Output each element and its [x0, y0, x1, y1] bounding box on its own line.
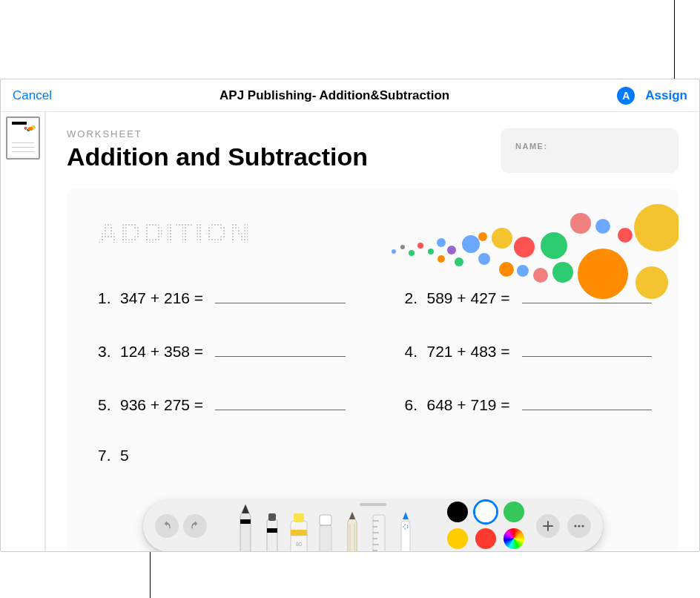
svg-point-18	[400, 245, 405, 249]
svg-point-17	[409, 250, 415, 256]
marker-icon	[261, 510, 283, 552]
color-swatches	[447, 502, 526, 551]
document-page: WORKSHEET Addition and Subtraction NAME:…	[45, 112, 699, 551]
svg-rect-33	[320, 515, 331, 525]
svg-point-8	[492, 228, 512, 249]
svg-rect-28	[267, 528, 277, 533]
problem-row: 4.721 + 483 =	[405, 340, 653, 361]
svg-rect-30	[294, 513, 304, 522]
answer-blank[interactable]	[215, 393, 345, 410]
problem-row: 6.648 + 719 =	[405, 393, 653, 414]
svg-point-11	[455, 257, 463, 266]
svg-point-4	[552, 262, 573, 283]
svg-point-10	[462, 235, 480, 253]
ruler-tool[interactable]	[366, 510, 392, 552]
problem-expression: 5	[120, 447, 129, 464]
svg-rect-31	[291, 530, 307, 536]
decorative-dots	[367, 195, 678, 314]
ellipsis-icon	[573, 520, 585, 532]
problem-number: 1.	[98, 289, 113, 307]
svg-point-0	[634, 204, 678, 252]
svg-point-13	[437, 238, 446, 247]
svg-point-48	[574, 525, 576, 527]
name-field-box: NAME:	[501, 128, 678, 173]
cancel-button[interactable]: Cancel	[13, 88, 52, 103]
more-button[interactable]	[567, 514, 591, 538]
color-swatch-green[interactable]	[503, 502, 524, 522]
problem-expression: 124 + 358 =	[120, 343, 203, 361]
markup-toolbar: 80	[143, 500, 603, 552]
problem-expression: 347 + 216 =	[120, 289, 203, 307]
thumbnail-preview	[10, 120, 36, 156]
color-swatch-yellow[interactable]	[447, 528, 468, 549]
pen-icon	[234, 503, 257, 552]
svg-point-23	[517, 265, 529, 277]
marker-tool[interactable]	[260, 510, 285, 552]
problem-number: 6.	[405, 396, 420, 414]
problem-number: 7.	[98, 447, 113, 464]
worksheet-body: ADDITION 1.347 + 216 =2.589 + 427 =3.124…	[67, 188, 678, 552]
svg-point-1	[578, 249, 628, 299]
undo-icon	[161, 520, 173, 532]
worksheet-kicker: WORKSHEET	[67, 128, 368, 139]
problem-number: 4.	[405, 343, 420, 361]
redo-button[interactable]	[183, 514, 207, 538]
svg-point-12	[447, 246, 456, 254]
pencil-icon	[343, 510, 362, 552]
svg-point-20	[570, 213, 591, 234]
tools-row: 80	[211, 500, 440, 552]
document-title: APJ Publishing- Addition&Subtraction	[219, 88, 449, 103]
svg-point-22	[618, 228, 633, 243]
svg-point-14	[438, 255, 445, 263]
eraser-tool[interactable]	[313, 510, 338, 552]
problem-expression: 936 + 275 =	[120, 396, 203, 414]
pen-tool[interactable]	[233, 503, 258, 552]
color-swatch-black[interactable]	[447, 502, 468, 522]
add-button[interactable]	[536, 514, 560, 538]
highlighter-icon: 80	[286, 510, 311, 552]
svg-rect-29	[291, 521, 307, 552]
answer-blank[interactable]	[215, 340, 345, 357]
svg-point-16	[417, 243, 423, 249]
svg-rect-26	[267, 519, 277, 552]
problem-row: 1.347 + 216 =	[98, 286, 346, 307]
svg-point-24	[478, 232, 487, 241]
svg-rect-27	[268, 513, 276, 521]
markup-mode-icon[interactable]: A	[617, 87, 635, 105]
undo-button[interactable]	[155, 514, 179, 538]
svg-point-15	[428, 249, 434, 254]
redo-icon	[189, 520, 201, 532]
problem-row: 3.124 + 358 =	[98, 340, 346, 361]
problem-number: 3.	[98, 343, 113, 361]
navigation-bar: Cancel APJ Publishing- Addition&Subtract…	[1, 79, 699, 112]
problem-row: 7.5	[98, 447, 346, 464]
name-label: NAME:	[515, 142, 664, 151]
svg-point-6	[514, 237, 535, 257]
svg-rect-34	[320, 525, 331, 552]
page-thumbnail-1[interactable]	[6, 116, 40, 160]
color-swatch-blue[interactable]	[475, 502, 496, 522]
assign-button[interactable]: Assign	[645, 88, 687, 103]
lasso-icon	[396, 510, 415, 552]
device-frame: Cancel APJ Publishing- Addition&Subtract…	[0, 79, 700, 552]
toolbar-drag-handle[interactable]	[360, 503, 386, 506]
color-swatch-red[interactable]	[475, 528, 496, 549]
svg-point-9	[478, 253, 490, 265]
answer-blank[interactable]	[522, 393, 652, 410]
answer-blank[interactable]	[215, 286, 345, 303]
svg-point-21	[595, 219, 610, 234]
svg-rect-25	[240, 519, 251, 524]
problem-expression: 648 + 719 =	[427, 396, 510, 414]
problem-number: 5.	[98, 396, 113, 414]
color-picker-wheel[interactable]	[503, 528, 524, 549]
pencil-tool[interactable]	[340, 510, 365, 552]
svg-text:80: 80	[296, 542, 302, 547]
eraser-icon	[314, 510, 337, 552]
ruler-icon	[369, 510, 389, 552]
lasso-tool[interactable]	[393, 510, 418, 552]
answer-blank[interactable]	[522, 340, 652, 357]
page-thumbnails-sidebar	[1, 112, 45, 551]
svg-point-19	[392, 249, 396, 254]
svg-point-7	[499, 262, 514, 277]
highlighter-tool[interactable]: 80	[286, 510, 311, 552]
